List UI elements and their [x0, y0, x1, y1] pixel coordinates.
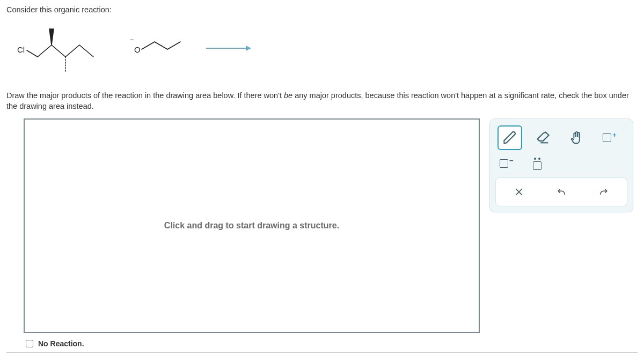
reaction-arrow-icon [204, 43, 252, 54]
action-bar [495, 177, 627, 206]
lone-pair-tool[interactable] [533, 158, 541, 170]
redo-icon [598, 187, 609, 197]
clear-button[interactable] [508, 182, 530, 202]
substrate-structure: Cl [13, 21, 109, 75]
pencil-tool[interactable] [497, 125, 522, 150]
eraser-tool[interactable] [531, 125, 555, 150]
more-panel-icon: + [603, 133, 617, 142]
more-tool[interactable]: + [597, 125, 622, 150]
undo-button[interactable] [551, 182, 572, 202]
toolbox: + − [489, 118, 633, 212]
neg-sup: − [130, 36, 134, 43]
svg-marker-3 [246, 46, 251, 51]
no-reaction-checkbox[interactable] [26, 340, 33, 347]
grab-tool[interactable] [564, 125, 589, 150]
negative-charge-tool[interactable]: − [500, 159, 514, 168]
pencil-icon [502, 130, 517, 145]
lone-pair-icon [533, 158, 541, 170]
cl-label: Cl [17, 45, 25, 54]
close-icon [514, 187, 524, 197]
svg-marker-0 [49, 29, 54, 45]
drawing-canvas[interactable]: Click and drag to start drawing a struct… [24, 118, 480, 333]
canvas-placeholder: Click and drag to start drawing a struct… [164, 221, 339, 231]
eraser-icon [536, 130, 551, 145]
undo-icon [556, 187, 567, 197]
negative-charge-icon: − [500, 159, 514, 168]
no-reaction-label: No Reaction. [38, 339, 84, 348]
question-intro: Consider this organic reaction: [6, 5, 638, 14]
reagent-structure: − O [125, 32, 189, 64]
no-reaction-option[interactable]: No Reaction. [24, 338, 480, 349]
o-label: O [134, 45, 141, 54]
reaction-scheme: Cl − O [6, 19, 638, 80]
instructions: Draw the major products of the reaction … [6, 90, 638, 112]
redo-button[interactable] [593, 182, 614, 202]
hand-icon [569, 130, 584, 145]
